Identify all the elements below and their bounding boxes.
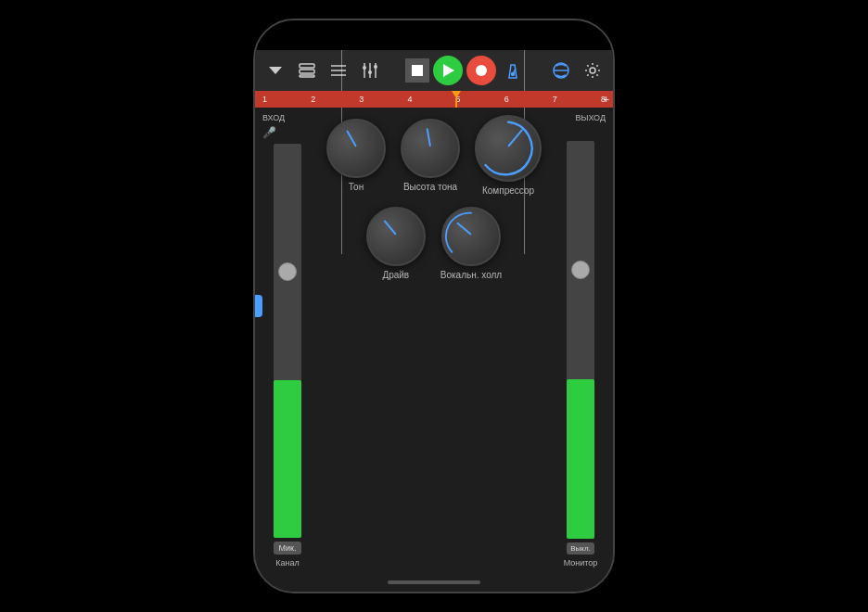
ton-knob[interactable]	[326, 119, 386, 178]
play-button[interactable]	[433, 56, 463, 85]
side-volume-button[interactable]	[255, 295, 262, 317]
svg-rect-2	[300, 70, 314, 73]
timeline-ruler[interactable]: 1 2 3 4 5 6 7 8 +	[255, 91, 613, 108]
compressor-knob-item: Компрессор	[475, 115, 542, 196]
dropdown-button[interactable]	[262, 57, 288, 83]
drive-knob[interactable]	[366, 207, 426, 266]
notch	[378, 25, 490, 45]
compressor-label: Компрессор	[482, 185, 534, 196]
pitch-knob-indicator	[427, 128, 431, 147]
knobs-row-2: Драйв Вокальн. холл	[366, 207, 502, 280]
ton-knob-item: Тон	[326, 119, 386, 192]
pitch-label: Высота тона	[403, 182, 457, 192]
notch-area	[255, 20, 613, 50]
vocal-hall-knob[interactable]	[441, 207, 501, 266]
playhead-flag	[452, 91, 461, 98]
home-bar	[388, 580, 480, 584]
drive-knob-indicator	[383, 220, 396, 236]
input-label: ВХОД	[259, 113, 285, 122]
list-button[interactable]	[326, 57, 351, 83]
mark-6: 6	[504, 95, 509, 104]
svg-point-12	[374, 65, 377, 69]
vocal-hall-label: Вокальн. холл	[440, 270, 502, 280]
pitch-knob[interactable]	[401, 119, 460, 178]
playhead-line	[455, 98, 457, 108]
mark-2: 2	[311, 95, 315, 104]
ton-label: Тон	[349, 182, 364, 192]
home-indicator	[255, 573, 613, 592]
svg-point-10	[368, 70, 372, 74]
output-fader-knob[interactable]	[571, 261, 590, 279]
svg-point-18	[590, 68, 595, 73]
stop-icon	[412, 65, 423, 76]
ton-knob-indicator	[346, 130, 357, 147]
output-label: ВЫХОД	[571, 113, 609, 122]
mark-4: 4	[407, 95, 412, 104]
knobs-row-1: Тон Высота тона Комп	[326, 115, 542, 196]
svg-rect-1	[300, 64, 314, 68]
mark-3: 3	[359, 95, 364, 104]
monitor-off-button[interactable]: Выкл.	[567, 542, 594, 555]
drive-knob-item: Драйв	[366, 207, 426, 280]
center-controls: Тон Высота тона Комп	[320, 108, 548, 573]
channel-bottom-label: Канал	[275, 558, 299, 567]
microphone-icon: 🎤	[259, 126, 276, 140]
mark-7: 7	[553, 95, 557, 104]
monitor-label: Монитор	[564, 558, 598, 567]
input-fader-knob[interactable]	[278, 262, 297, 281]
timeline-marks: 1 2 3 4 5 6 7 8	[255, 95, 613, 104]
mic-button[interactable]: Мик.	[274, 542, 302, 555]
main-content: ВХОД 🎤 Мик. Канал Тон	[255, 108, 613, 573]
play-icon	[443, 64, 454, 77]
playhead[interactable]	[455, 91, 457, 108]
drive-label: Драйв	[382, 270, 409, 280]
svg-marker-0	[269, 67, 282, 74]
svg-point-15	[512, 73, 515, 76]
output-level-indicator	[567, 379, 594, 539]
output-fader[interactable]	[567, 141, 594, 539]
settings-button[interactable]	[580, 57, 606, 83]
toolbar	[255, 50, 613, 91]
pitch-knob-item: Высота тона	[401, 119, 460, 192]
svg-rect-3	[300, 75, 314, 77]
stop-button[interactable]	[405, 58, 429, 83]
metronome-button[interactable]	[500, 57, 526, 83]
layers-button[interactable]	[294, 57, 320, 83]
record-button[interactable]	[466, 56, 496, 85]
svg-point-8	[363, 66, 366, 70]
input-level-indicator	[274, 380, 301, 538]
input-fader[interactable]	[274, 144, 301, 538]
smartsense-button[interactable]	[548, 57, 574, 83]
record-icon	[476, 65, 487, 76]
right-channel: ВЫХОД Выкл. Монитор	[548, 108, 613, 573]
vocal-hall-knob-item: Вокальн. холл	[440, 207, 502, 280]
left-channel: ВХОД 🎤 Мик. Канал	[255, 108, 320, 573]
timeline-add-button[interactable]: +	[603, 93, 609, 107]
compressor-knob[interactable]	[475, 115, 542, 182]
mixer-button[interactable]	[357, 57, 383, 83]
mark-1: 1	[262, 95, 267, 104]
